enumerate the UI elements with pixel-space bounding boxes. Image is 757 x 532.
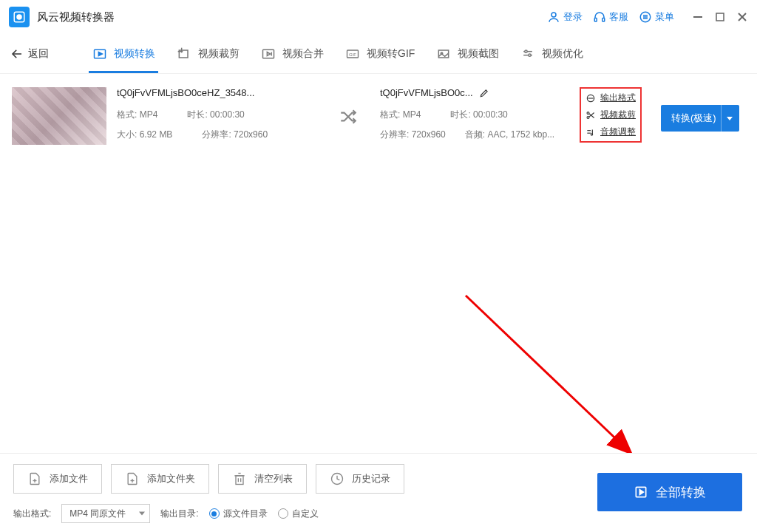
edit-filename-button[interactable] <box>479 88 489 98</box>
convert-all-button[interactable]: 全部转换 <box>597 473 742 511</box>
svg-point-1 <box>17 15 21 19</box>
service-button[interactable]: 客服 <box>593 10 628 24</box>
svg-rect-4 <box>602 18 605 22</box>
video-crop-link[interactable]: 视频裁剪 <box>585 109 636 121</box>
menu-button[interactable]: 菜单 <box>639 10 674 24</box>
dest-filename: tQ0jFvVFMLjsBO0c... <box>380 87 473 98</box>
source-filename: tQ0jFvVFMLjsBO0ceHZ_3548... <box>117 87 316 98</box>
dst-format: 格式: MP4 <box>380 109 421 121</box>
row-actions-highlight: 输出格式 视频裁剪 音频调整 <box>580 87 642 143</box>
pencil-icon <box>479 88 489 98</box>
src-duration: 时长: 00:00:30 <box>187 109 244 121</box>
svg-point-2 <box>551 13 556 17</box>
optimize-icon <box>520 46 536 62</box>
close-button[interactable] <box>736 11 748 23</box>
maximize-icon <box>714 11 726 23</box>
svg-text:GIF: GIF <box>349 52 356 56</box>
merge-icon <box>260 46 276 62</box>
output-format-label: 输出格式: <box>13 508 51 520</box>
add-folder-button[interactable]: 添加文件夹 <box>111 464 209 494</box>
clear-list-button[interactable]: 清空列表 <box>218 464 307 494</box>
app-title: 风云视频转换器 <box>37 10 115 24</box>
radio-unchecked-icon <box>278 508 288 519</box>
svg-marker-53 <box>639 490 643 495</box>
dst-duration: 时长: 00:00:30 <box>450 109 507 121</box>
arrow-left-icon <box>10 47 24 61</box>
add-file-button[interactable]: 添加文件 <box>13 464 102 494</box>
svg-marker-20 <box>267 52 270 55</box>
convert-dropdown[interactable] <box>721 105 733 132</box>
svg-marker-15 <box>98 52 102 55</box>
svg-rect-46 <box>236 476 243 485</box>
convert-row-button[interactable]: 转换(极速) <box>661 105 739 132</box>
audio-adjust-link[interactable]: 音频调整 <box>585 126 636 138</box>
output-format-link[interactable]: 输出格式 <box>585 92 636 104</box>
svg-rect-3 <box>594 18 597 22</box>
svg-rect-10 <box>716 13 724 21</box>
headset-icon <box>593 10 606 24</box>
maximize-button[interactable] <box>714 11 726 23</box>
convert-icon <box>92 46 108 62</box>
dst-resolution: 分辨率: 720x960 <box>380 129 446 141</box>
radio-checked-icon <box>209 508 220 519</box>
output-dir-label: 输出目录: <box>160 508 198 520</box>
svg-point-29 <box>529 54 531 56</box>
tab-video-gif[interactable]: GIF 视频转GIF <box>344 34 415 73</box>
tab-video-optimize[interactable]: 视频优化 <box>520 34 583 73</box>
crop-icon <box>176 46 192 62</box>
svg-rect-19 <box>263 50 274 58</box>
output-format-select[interactable]: MP4 同原文件 <box>61 504 150 523</box>
scissors-icon <box>585 110 596 120</box>
tab-video-screenshot[interactable]: 视频截图 <box>435 34 499 73</box>
tab-video-merge[interactable]: 视频合并 <box>260 34 324 73</box>
play-icon <box>634 485 648 499</box>
video-thumbnail[interactable] <box>12 87 106 145</box>
tab-video-convert[interactable]: 视频转换 <box>92 34 155 73</box>
history-button[interactable]: 历史记录 <box>316 464 404 494</box>
trash-icon <box>232 471 247 486</box>
format-icon <box>585 93 596 103</box>
file-add-icon <box>27 471 42 486</box>
src-size: 大小: 6.92 MB <box>117 129 172 141</box>
dst-audio: 音频: AAC, 1752 kbp... <box>465 129 554 141</box>
svg-line-34 <box>589 113 594 117</box>
back-button[interactable]: 返回 <box>10 47 49 61</box>
screenshot-icon <box>435 46 452 62</box>
folder-add-icon <box>125 471 140 486</box>
clock-icon <box>330 471 344 486</box>
svg-line-35 <box>589 112 594 117</box>
svg-point-28 <box>525 50 527 52</box>
svg-point-38 <box>591 133 592 134</box>
music-icon <box>585 127 596 137</box>
minimize-button[interactable] <box>692 11 704 23</box>
svg-line-41 <box>466 296 628 451</box>
close-icon <box>736 11 748 23</box>
dir-custom-radio[interactable]: 自定义 <box>278 508 319 520</box>
gif-icon: GIF <box>344 46 361 62</box>
file-row: tQ0jFvVFMLjsBO0ceHZ_3548... 格式: MP4 时长: … <box>12 87 745 149</box>
src-format: 格式: MP4 <box>117 109 157 121</box>
svg-marker-39 <box>727 117 733 120</box>
dir-source-radio[interactable]: 源文件目录 <box>209 508 268 520</box>
minimize-icon <box>692 11 704 23</box>
login-button[interactable]: 登录 <box>547 10 583 24</box>
shuffle-icon <box>339 107 358 129</box>
tab-video-crop[interactable]: 视频裁剪 <box>176 34 240 73</box>
user-icon <box>547 10 560 24</box>
app-logo <box>9 7 30 27</box>
chevron-down-icon <box>726 115 733 122</box>
menu-icon <box>639 10 652 24</box>
src-resolution: 分辨率: 720x960 <box>202 129 268 141</box>
